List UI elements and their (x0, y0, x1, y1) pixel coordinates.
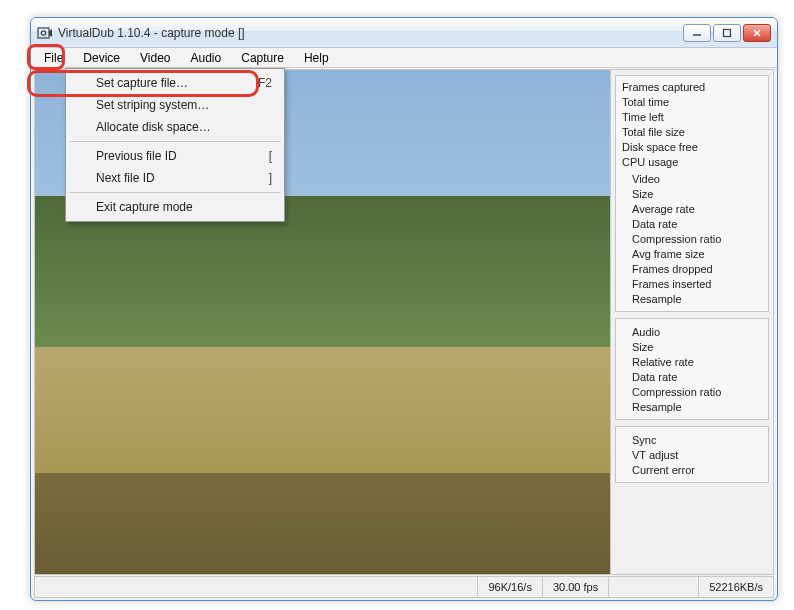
menu-set-capture-file[interactable]: Set capture file… F2 (68, 72, 282, 94)
window-title: VirtualDub 1.10.4 - capture mode [] (58, 26, 683, 40)
svg-point-1 (41, 30, 45, 34)
menu-audio[interactable]: Audio (182, 49, 231, 67)
menu-set-striping-label: Set striping system… (96, 98, 209, 112)
stat-frames-captured: Frames captured (622, 80, 762, 95)
stat-total-file-size: Total file size (622, 125, 762, 140)
menu-prev-file-label: Previous file ID (96, 149, 177, 163)
minimize-button[interactable] (683, 24, 711, 42)
stat-audio-compression: Compression ratio (622, 385, 762, 400)
maximize-button[interactable] (713, 24, 741, 42)
menu-allocate-label: Allocate disk space… (96, 120, 211, 134)
panel-sync-header: Sync (622, 431, 762, 448)
stat-audio-data-rate: Data rate (622, 370, 762, 385)
svg-rect-3 (724, 29, 731, 36)
stat-video-dropped: Frames dropped (622, 262, 762, 277)
stat-audio-size: Size (622, 340, 762, 355)
menubar: File Device Video Audio Capture Help (31, 48, 777, 68)
status-empty (608, 577, 698, 597)
stat-audio-resample: Resample (622, 400, 762, 415)
menu-capture[interactable]: Capture (232, 49, 293, 67)
stat-cpu-usage: CPU usage (622, 155, 762, 170)
stat-video-size: Size (622, 187, 762, 202)
stats-sidebar: Frames captured Total time Time left Tot… (611, 70, 773, 574)
svg-rect-0 (38, 28, 49, 38)
menu-prev-file-shortcut: [ (269, 149, 272, 163)
stat-sync-vt-adjust: VT adjust (622, 448, 762, 463)
panel-sync-stats: Sync VT adjust Current error (615, 426, 769, 483)
menu-device[interactable]: Device (74, 49, 129, 67)
stat-video-data-rate: Data rate (622, 217, 762, 232)
status-rate: 96K/16/s (477, 577, 541, 597)
menu-next-file-label: Next file ID (96, 171, 155, 185)
stat-video-resample: Resample (622, 292, 762, 307)
menu-set-capture-file-label: Set capture file… (96, 76, 188, 90)
statusbar: 96K/16/s 30.00 fps 52216KB/s (34, 576, 774, 598)
file-menu-dropdown: Set capture file… F2 Set striping system… (65, 68, 285, 222)
window-controls (683, 24, 771, 42)
panel-audio-stats: Audio Size Relative rate Data rate Compr… (615, 318, 769, 420)
menu-video[interactable]: Video (131, 49, 179, 67)
menu-exit-capture-mode[interactable]: Exit capture mode (68, 196, 282, 218)
menu-previous-file-id[interactable]: Previous file ID [ (68, 145, 282, 167)
menu-help[interactable]: Help (295, 49, 338, 67)
panel-audio-header: Audio (622, 323, 762, 340)
close-button[interactable] (743, 24, 771, 42)
panel-video-header: Video (622, 170, 762, 187)
stat-video-inserted: Frames inserted (622, 277, 762, 292)
menu-separator-1 (70, 141, 280, 142)
menu-set-capture-file-shortcut: F2 (258, 76, 272, 90)
stat-sync-current-error: Current error (622, 463, 762, 478)
status-fps: 30.00 fps (542, 577, 608, 597)
titlebar: VirtualDub 1.10.4 - capture mode [] (31, 18, 777, 48)
stat-total-time: Total time (622, 95, 762, 110)
status-kbps: 52216KB/s (698, 577, 773, 597)
menu-exit-label: Exit capture mode (96, 200, 193, 214)
stat-video-avg-rate: Average rate (622, 202, 762, 217)
stat-video-avg-frame: Avg frame size (622, 247, 762, 262)
app-icon (37, 25, 53, 41)
menu-next-file-shortcut: ] (269, 171, 272, 185)
stat-audio-relative-rate: Relative rate (622, 355, 762, 370)
menu-separator-2 (70, 192, 280, 193)
menu-set-striping-system[interactable]: Set striping system… (68, 94, 282, 116)
stat-disk-space-free: Disk space free (622, 140, 762, 155)
stat-time-left: Time left (622, 110, 762, 125)
app-window: VirtualDub 1.10.4 - capture mode [] File… (30, 17, 778, 601)
menu-file[interactable]: File (35, 49, 72, 67)
menu-next-file-id[interactable]: Next file ID ] (68, 167, 282, 189)
panel-capture-stats: Frames captured Total time Time left Tot… (615, 75, 769, 312)
stat-video-compression: Compression ratio (622, 232, 762, 247)
menu-allocate-disk-space[interactable]: Allocate disk space… (68, 116, 282, 138)
